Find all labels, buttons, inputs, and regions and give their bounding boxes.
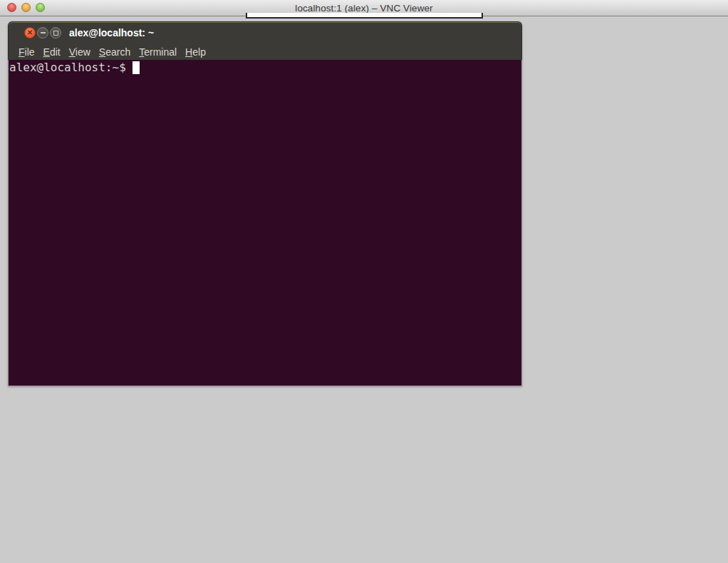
terminal-header: ✕ alex@localhost: ~ File Edit View Searc… [8, 21, 522, 60]
remote-desktop[interactable]: ✕ alex@localhost: ~ File Edit View Searc… [0, 17, 728, 563]
terminal-close-button[interactable]: ✕ [24, 27, 36, 38]
menu-item-search[interactable]: Search [95, 45, 135, 59]
terminal-window: ✕ alex@localhost: ~ File Edit View Searc… [8, 21, 522, 386]
macos-minimize-button[interactable] [21, 3, 31, 12]
menu-item-terminal[interactable]: Terminal [135, 45, 181, 59]
shell-prompt: alex@localhost:~$ [9, 61, 132, 74]
terminal-menubar: File Edit View Search Terminal Help [9, 43, 521, 61]
menu-item-edit[interactable]: Edit [39, 45, 65, 59]
vnc-toolbar-peek-tab[interactable] [246, 13, 483, 19]
terminal-minimize-button[interactable] [37, 27, 48, 38]
menu-item-help[interactable]: Help [181, 45, 210, 59]
vnc-window-title: localhost:1 (alex) – VNC Viewer [0, 3, 728, 14]
terminal-titlebar[interactable]: ✕ alex@localhost: ~ [9, 22, 521, 43]
close-icon: ✕ [27, 29, 33, 36]
terminal-prompt-line: alex@localhost:~$ [9, 61, 521, 74]
macos-close-button[interactable] [7, 3, 16, 12]
maximize-icon [53, 31, 58, 36]
terminal-maximize-button[interactable] [50, 27, 61, 38]
macos-window-controls [7, 3, 45, 12]
terminal-screen[interactable]: alex@localhost:~$ [8, 60, 522, 386]
terminal-window-controls: ✕ [24, 27, 61, 38]
menu-item-file[interactable]: File [14, 45, 39, 59]
macos-zoom-button[interactable] [36, 3, 45, 12]
menu-item-view[interactable]: View [65, 45, 95, 59]
terminal-title: alex@localhost: ~ [69, 27, 154, 38]
minimize-icon [41, 32, 46, 33]
terminal-cursor [132, 61, 140, 74]
